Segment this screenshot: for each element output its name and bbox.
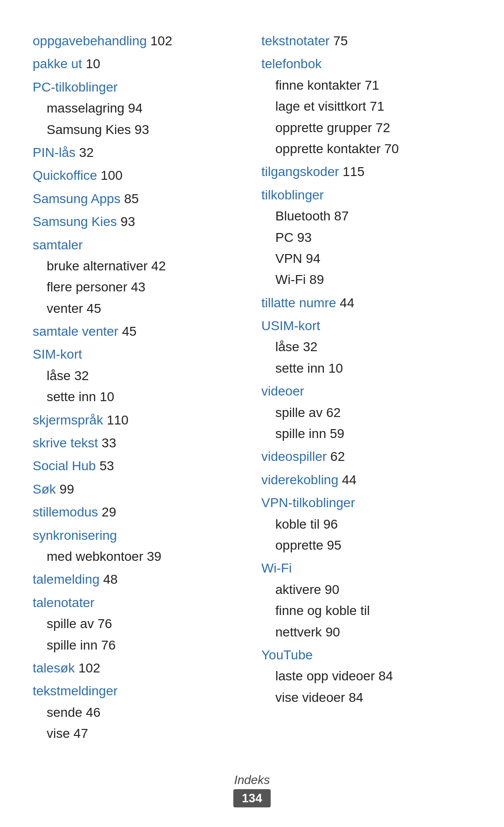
index-heading-text[interactable]: talenotater bbox=[33, 595, 94, 610]
index-sub-entry: koble til 96 bbox=[261, 514, 471, 534]
index-heading: tilgangskoder 115 bbox=[261, 162, 471, 182]
index-heading-text[interactable]: tillatte numre bbox=[261, 296, 336, 310]
index-heading: Social Hub 53 bbox=[33, 456, 243, 476]
index-heading-text[interactable]: Samsung Apps bbox=[33, 191, 120, 206]
index-heading-text[interactable]: telefonbok bbox=[261, 57, 322, 71]
index-heading-text[interactable]: tilgangskoder bbox=[261, 164, 339, 179]
page-number: 134 bbox=[233, 789, 270, 807]
index-sub-number: 42 bbox=[147, 259, 166, 273]
index-plain-text[interactable]: tekstnotater bbox=[261, 34, 329, 48]
index-sub-number: 72 bbox=[372, 120, 390, 135]
index-heading-text[interactable]: videoer bbox=[261, 384, 304, 398]
index-heading: skjermspråk 110 bbox=[33, 410, 243, 430]
index-sub-entry: finne og koble til bbox=[261, 601, 471, 621]
index-sub-number: 45 bbox=[83, 301, 101, 316]
index-sub-number: 76 bbox=[98, 638, 116, 652]
index-sub-entry: sende 46 bbox=[33, 702, 243, 722]
index-heading: Quickoffice 100 bbox=[33, 165, 243, 185]
index-sub-number: 90 bbox=[321, 582, 339, 597]
index-sub-entry: Bluetooth 87 bbox=[261, 206, 471, 226]
index-heading-text[interactable]: stillemodus bbox=[33, 505, 98, 519]
index-heading-text[interactable]: VPN-tilkoblinger bbox=[261, 495, 355, 510]
index-sub-text: låse bbox=[47, 368, 70, 383]
index-sub-text: finne og koble til bbox=[275, 603, 370, 618]
index-heading-text[interactable]: skjermspråk bbox=[33, 413, 103, 427]
index-heading: viderekobling 44 bbox=[261, 470, 471, 490]
index-heading-text[interactable]: talesøk bbox=[33, 661, 75, 675]
page-content: oppgavebehandling 102pakke ut 10PC-tilko… bbox=[33, 28, 471, 745]
index-heading: stillemodus 29 bbox=[33, 502, 243, 522]
index-sub-text: masselagring bbox=[47, 101, 125, 115]
index-number: 32 bbox=[76, 145, 94, 160]
index-sub-text: koble til bbox=[275, 517, 320, 531]
index-sub-entry: vise 47 bbox=[33, 723, 243, 743]
index-sub-number: 93 bbox=[294, 230, 312, 245]
index-heading-text[interactable]: tekstmeldinger bbox=[33, 684, 118, 698]
index-number: 33 bbox=[98, 436, 116, 450]
index-heading-text[interactable]: PIN-lås bbox=[33, 145, 76, 160]
index-number: 115 bbox=[339, 164, 365, 179]
index-heading-text[interactable]: synkronisering bbox=[33, 528, 117, 543]
index-sub-number: 84 bbox=[375, 669, 393, 683]
index-plain-text[interactable]: pakke ut bbox=[33, 57, 82, 71]
index-sub-entry: masselagring 94 bbox=[33, 98, 243, 118]
index-sub-entry: vise videoer 84 bbox=[261, 687, 471, 707]
index-sub-entry: Wi-Fi 89 bbox=[261, 269, 471, 290]
index-heading: videospiller 62 bbox=[261, 446, 471, 467]
index-heading: YouTube bbox=[261, 645, 471, 665]
index-sub-entry: PC 93 bbox=[261, 227, 471, 247]
index-sub-entry: spille inn 76 bbox=[33, 635, 243, 655]
index-sub-number: 84 bbox=[345, 690, 363, 705]
index-heading: Wi-Fi bbox=[261, 558, 471, 578]
index-heading-text[interactable]: USIM-kort bbox=[261, 318, 320, 333]
index-heading-text[interactable]: YouTube bbox=[261, 648, 313, 662]
index-number: 102 bbox=[147, 34, 172, 48]
index-heading-text[interactable]: tilkoblinger bbox=[261, 188, 324, 202]
index-heading: Samsung Apps 85 bbox=[33, 189, 243, 209]
index-heading-text[interactable]: Samsung Kies bbox=[33, 214, 117, 229]
index-number: 29 bbox=[98, 505, 116, 519]
index-number: 75 bbox=[329, 34, 348, 48]
index-sub-number: 59 bbox=[326, 426, 344, 441]
index-sub-number: 93 bbox=[131, 122, 149, 137]
index-number: 44 bbox=[338, 473, 357, 487]
index-sub-number: 71 bbox=[366, 99, 385, 113]
index-number: 102 bbox=[75, 661, 100, 675]
index-heading: tekstmeldinger bbox=[33, 681, 243, 701]
index-heading-text[interactable]: Søk bbox=[33, 482, 56, 496]
index-heading-text[interactable]: talemelding bbox=[33, 572, 99, 587]
index-heading: talesøk 102 bbox=[33, 658, 243, 678]
index-heading-text[interactable]: samtaler bbox=[33, 238, 83, 252]
index-heading-text[interactable]: samtale venter bbox=[33, 324, 119, 339]
index-number: 62 bbox=[327, 449, 345, 464]
index-heading-text[interactable]: oppgavebehandling bbox=[33, 34, 147, 48]
index-heading-text[interactable]: PC-tilkoblinger bbox=[33, 80, 118, 94]
index-sub-text: spille av bbox=[275, 405, 322, 420]
index-heading-text[interactable]: videospiller bbox=[261, 449, 327, 464]
index-number: 85 bbox=[120, 191, 139, 206]
index-plain: tekstnotater 75 bbox=[261, 31, 471, 51]
index-heading-text[interactable]: Social Hub bbox=[33, 459, 96, 473]
index-sub-entry: Samsung Kies 93 bbox=[33, 120, 243, 140]
index-heading: Samsung Kies 93 bbox=[33, 212, 243, 232]
index-heading-text[interactable]: skrive tekst bbox=[33, 436, 98, 450]
footer-label: Indeks bbox=[33, 773, 471, 787]
index-heading: videoer bbox=[261, 381, 471, 401]
index-heading-text[interactable]: viderekobling bbox=[261, 473, 338, 487]
index-sub-entry: flere personer 43 bbox=[33, 277, 243, 297]
index-sub-text: med webkontoer bbox=[47, 549, 143, 564]
index-sub-text: sette inn bbox=[275, 361, 325, 375]
index-heading-text[interactable]: Quickoffice bbox=[33, 168, 97, 183]
index-sub-text: spille inn bbox=[47, 638, 98, 652]
index-heading: skrive tekst 33 bbox=[33, 433, 243, 453]
index-heading: oppgavebehandling 102 bbox=[33, 31, 243, 51]
index-sub-number: 96 bbox=[320, 517, 338, 531]
index-heading-text[interactable]: Wi-Fi bbox=[261, 561, 292, 575]
index-sub-text: aktivere bbox=[275, 582, 321, 597]
index-sub-number: 71 bbox=[361, 78, 379, 92]
index-sub-number: 70 bbox=[381, 141, 399, 156]
index-heading-text[interactable]: SIM-kort bbox=[33, 347, 82, 361]
index-sub-text: opprette grupper bbox=[275, 120, 372, 135]
index-heading: Søk 99 bbox=[33, 479, 243, 499]
index-sub-text: spille av bbox=[47, 616, 94, 631]
